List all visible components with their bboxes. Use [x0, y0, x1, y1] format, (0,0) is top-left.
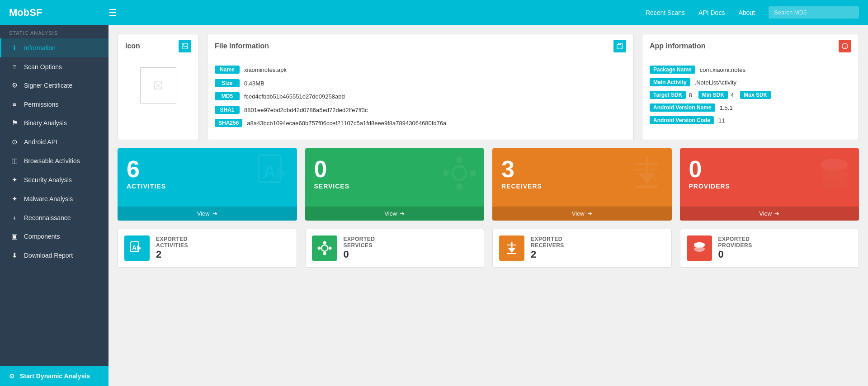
receivers-view-button[interactable]: View ➔	[492, 207, 672, 221]
search-input[interactable]	[769, 6, 859, 19]
download-icon: ⬇	[10, 251, 19, 259]
sidebar-item-label: Scan Options	[24, 63, 62, 71]
max-sdk-badge: Max SDK	[740, 91, 771, 99]
main-layout: Static Analysis ℹ Information ≡ Scan Opt…	[0, 25, 868, 386]
plus-icon: +	[10, 214, 19, 221]
svg-point-1	[183, 44, 184, 46]
sidebar-item-browsable-activities[interactable]: ◫ Browsable Activities	[0, 151, 108, 170]
about-link[interactable]: About	[738, 9, 755, 16]
sidebar-item-label: Permissions	[24, 101, 58, 108]
services-tile[interactable]: 0 SERVICES View ➔	[305, 148, 485, 221]
exported-services-icon	[312, 235, 337, 261]
services-bg-icon	[441, 155, 477, 198]
copy-icon[interactable]	[613, 40, 626, 52]
sidebar-item-permissions[interactable]: ≡ Permissions	[0, 95, 108, 113]
file-info-card: File Information Name xiaominotes.apk	[207, 34, 634, 140]
file-name-value: xiaominotes.apk	[244, 66, 287, 75]
md5-badge: MD5	[215, 92, 240, 100]
exported-activities-label1: EXPORTED	[156, 236, 188, 242]
services-view-button[interactable]: View ➔	[305, 207, 485, 221]
sidebar-item-label: Components	[24, 233, 60, 240]
info-cards-row: Icon	[118, 34, 859, 140]
app-info-card: App Information i Package Name com.xiaom…	[642, 34, 859, 140]
api-docs-link[interactable]: API Docs	[698, 9, 725, 16]
sidebar-item-download-report[interactable]: ⬇ Download Report	[0, 246, 108, 265]
arrow-icon-4: ➔	[774, 210, 779, 217]
providers-view-button[interactable]: View ➔	[680, 207, 859, 221]
circle-icon: ⊙	[10, 138, 19, 146]
activities-view-button[interactable]: View ➔	[118, 207, 297, 221]
sidebar-item-label: Security Analysis	[24, 176, 72, 184]
exported-providers-label1: EXPORTED	[718, 236, 750, 242]
target-sdk-value: 8	[689, 92, 692, 99]
svg-point-13	[456, 184, 462, 190]
list-icon: ≡	[10, 63, 19, 71]
svg-point-11	[453, 166, 466, 180]
sidebar-item-information[interactable]: ℹ Information	[0, 38, 108, 57]
version-code-row: Android Version Code 11	[650, 116, 851, 124]
navbar-right: Recent Scans API Docs About	[646, 6, 859, 19]
main-content: Icon	[108, 25, 868, 386]
version-code-value: 11	[718, 117, 725, 124]
svg-text:i: i	[844, 44, 845, 49]
receivers-view-label: View	[572, 210, 585, 217]
package-name-badge: Package Name	[650, 66, 695, 74]
file-md5-value: fced4cfbdb51b465551e27de09258abd	[244, 92, 345, 101]
svg-marker-10	[277, 166, 288, 180]
arrow-icon-2: ➔	[400, 210, 405, 217]
sidebar-item-components[interactable]: ▣ Components	[0, 227, 108, 246]
size-badge: Size	[215, 79, 240, 87]
arrow-icon-3: ➔	[587, 210, 592, 217]
navbar-brand: MobSF	[9, 7, 108, 19]
svg-point-25	[321, 245, 328, 251]
sha256-badge: SHA256	[215, 119, 242, 127]
sidebar-item-label: Browsable Activities	[24, 157, 80, 165]
exported-services-info: EXPORTED SERVICES 0	[344, 236, 375, 260]
version-name-value: 1.5.1	[720, 104, 733, 111]
exported-activities-count: 2	[156, 249, 188, 260]
icon-card-body	[118, 58, 198, 113]
file-size-row: Size 0.43MB	[215, 79, 626, 88]
sidebar-item-label: Download Report	[24, 252, 73, 259]
sidebar-item-label: Signer Certificate	[24, 82, 72, 89]
activities-tile[interactable]: 6 ACTIVITIES A View ➔	[118, 148, 297, 221]
sidebar-section-label: Static Analysis	[0, 25, 108, 38]
window-icon: ◫	[10, 157, 19, 165]
sidebar-item-malware-analysis[interactable]: ✦ Malware Analysis	[0, 189, 108, 208]
gear-icon: ⚙	[10, 81, 19, 89]
providers-tile[interactable]: 0 PROVIDERS View ➔	[680, 148, 859, 221]
receivers-tile[interactable]: 3 RECEIVERS View ➔	[492, 148, 672, 221]
file-sha256-value: a8a43bcb1094ecae60b757f06ccef21107c5a1fd…	[247, 119, 446, 128]
exported-receivers-label2: RECEIVERS	[531, 242, 564, 249]
name-badge: Name	[215, 66, 240, 74]
sidebar-item-android-api[interactable]: ⊙ Android API	[0, 132, 108, 151]
list-icon-2: ≡	[10, 100, 19, 108]
svg-point-26	[323, 241, 326, 244]
icon-card-title: Icon	[125, 42, 140, 50]
exported-activities-label2: ACTIVITIES	[156, 242, 188, 249]
sidebar-item-label: Reconnaissance	[24, 214, 71, 221]
exported-services-count: 0	[344, 249, 375, 260]
info-icon: ℹ	[10, 44, 19, 52]
exported-receivers-tile: EXPORTED RECEIVERS 2	[492, 229, 672, 268]
recent-scans-link[interactable]: Recent Scans	[646, 9, 685, 16]
export-tiles-row: A EXPORTED ACTIVITIES 2	[118, 229, 859, 268]
providers-view-label: View	[759, 210, 772, 217]
sidebar-item-label: Malware Analysis	[24, 195, 73, 202]
sidebar-item-binary-analysis[interactable]: ⚑ Binary Analysis	[0, 113, 108, 132]
sidebar-item-label: Information	[24, 44, 56, 52]
start-dynamic-analysis-button[interactable]: ⊙ Start Dynamic Analysis	[0, 366, 108, 386]
exported-activities-tile: A EXPORTED ACTIVITIES 2	[118, 229, 297, 268]
sidebar-item-signer-certificate[interactable]: ⚙ Signer Certificate	[0, 76, 108, 95]
exported-providers-icon	[687, 235, 712, 261]
sidebar-item-scan-options[interactable]: ≡ Scan Options	[0, 57, 108, 76]
activities-bg-icon: A	[256, 153, 292, 197]
menu-toggle-icon[interactable]: ☰	[108, 7, 117, 18]
svg-text:A: A	[263, 161, 276, 181]
sidebar-item-reconnaissance[interactable]: + Reconnaissance	[0, 208, 108, 227]
svg-point-12	[456, 156, 462, 163]
sidebar-item-security-analysis[interactable]: ✦ Security Analysis	[0, 170, 108, 189]
sidebar-item-label: Binary Analysis	[24, 119, 67, 127]
file-name-row: Name xiaominotes.apk	[215, 66, 626, 75]
app-info-header: App Information i	[642, 34, 859, 58]
